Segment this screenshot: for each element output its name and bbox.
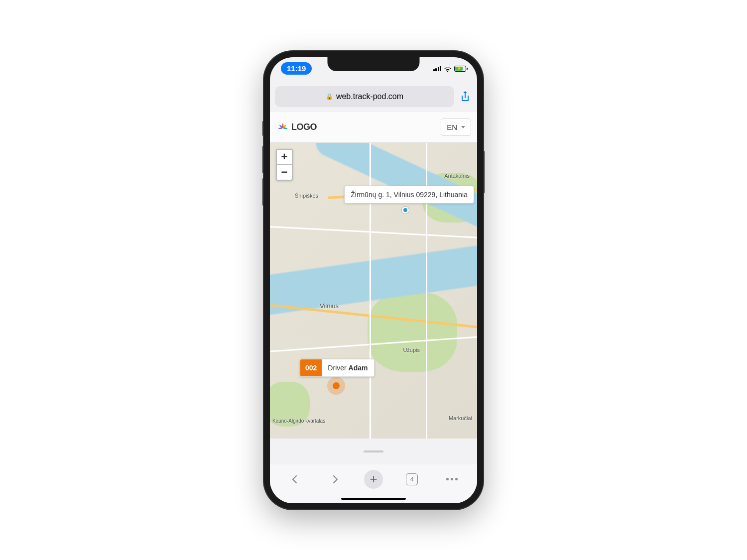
driver-code-badge: 002 [300,359,322,376]
destination-marker-icon[interactable] [402,207,409,214]
map-label-uzupis: Užupis [403,347,420,353]
status-time-pill[interactable]: 11:19 [281,62,312,75]
tab-count-badge: 4 [406,473,418,485]
volume-up-button [262,146,264,173]
map-label-antakalnis: Antakalnis [444,173,470,179]
map-label-markuciai: Markučiai [449,415,472,421]
browser-url-bar-row: 🔒 web.track-pod.com [275,86,472,107]
map-canvas[interactable]: Vilnius Šnipiškės Antakalnis Užupis Mark… [270,143,477,439]
logo-flower-icon [276,120,290,134]
logo-text: LOGO [291,122,317,132]
caret-down-icon [461,126,465,128]
app-logo[interactable]: LOGO [276,120,317,134]
tabs-button[interactable]: 4 [401,468,423,490]
power-button [483,151,485,193]
language-label: EN [447,123,457,131]
driver-marker-halo-icon [327,377,345,395]
cellular-signal-icon [433,66,442,71]
zoom-out-button[interactable]: − [277,165,292,180]
phone-screen: 11:19 ⚡ 🔒 web.track-pod.com [270,57,477,503]
battery-icon: ⚡ [454,66,466,72]
wifi-icon [444,66,452,72]
road [270,225,477,240]
park-area [368,292,457,372]
zoom-controls: + − [276,149,293,181]
map-label-vilnius: Vilnius [320,302,339,310]
driver-tooltip[interactable]: 002 Driver Adam [300,359,374,377]
driver-marker[interactable] [327,377,345,395]
mute-switch [262,121,264,136]
notch [328,57,420,71]
share-button[interactable] [458,90,472,104]
forward-button[interactable] [324,468,346,490]
map-label-kauno: Kauno-Algirdo kvartalas [272,418,325,424]
more-button[interactable] [441,468,463,490]
driver-name-label: Driver Adam [322,359,374,376]
url-bar[interactable]: 🔒 web.track-pod.com [275,86,454,107]
lock-icon: 🔒 [326,93,333,100]
home-indicator[interactable] [341,498,406,500]
phone-device-frame: 11:19 ⚡ 🔒 web.track-pod.com [264,51,483,509]
language-selector[interactable]: EN [441,118,471,136]
app-header: LOGO EN [270,112,477,143]
ellipsis-icon [446,478,458,480]
back-button[interactable] [284,468,306,490]
new-tab-button[interactable]: + [364,470,383,489]
drag-handle-icon[interactable] [364,450,383,452]
status-icons: ⚡ [433,66,467,72]
volume-down-button [262,178,264,206]
driver-marker-dot-icon [333,382,340,389]
url-text: web.track-pod.com [336,92,403,101]
map-label-snipiskes: Šnipiškės [295,193,318,199]
zoom-in-button[interactable]: + [277,150,292,165]
bottom-sheet-panel[interactable] [270,439,477,464]
destination-tooltip[interactable]: Žirmūnų g. 1, Vilnius 09229, Lithuania [344,186,474,204]
charging-bolt-icon: ⚡ [457,67,462,71]
